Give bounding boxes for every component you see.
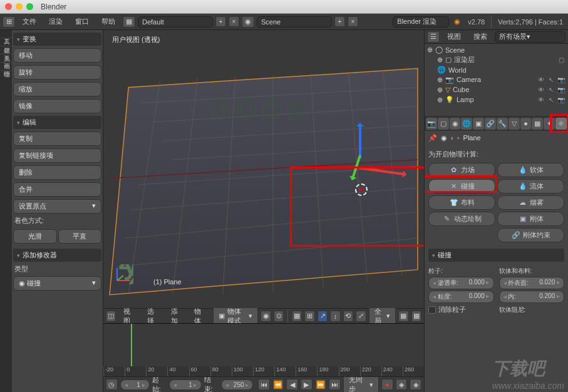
layers-grid-1[interactable]: ▦	[398, 311, 408, 322]
manipulator-translate[interactable]: ↕	[330, 311, 340, 322]
timeline-canvas[interactable]: -200 2040 6080 100120 140160 180200 2202…	[103, 324, 424, 377]
duplicate-button[interactable]: 复制	[13, 132, 101, 146]
manipulator-rotate[interactable]: ⟲	[343, 311, 353, 322]
add-modifier-header[interactable]: 添加修改器	[13, 249, 101, 262]
tab-tools[interactable]: 工具	[0, 30, 12, 38]
keyframe-next-button[interactable]: ⏩	[315, 379, 327, 390]
scene-icon[interactable]: ◉	[242, 16, 254, 28]
minimize-window-button[interactable]	[16, 3, 23, 10]
timeline-ruler[interactable]: -200 2040 6080 100120 140160 180200 2202…	[103, 366, 424, 376]
outliner-item-lamp[interactable]: ⊕ 💡 Lamp👁↖📷	[426, 95, 567, 105]
modifier-type-select[interactable]: ◉ 碰撞▾	[13, 276, 101, 291]
breadcrumb-scene-icon[interactable]: ◉	[441, 134, 447, 142]
screen-layout-field[interactable]: Default	[138, 16, 213, 28]
outliner-filter-select[interactable]: 所有场景 ▾	[495, 31, 565, 43]
outliner-item-renderlayers[interactable]: ⊕ ▢ 渲染层 ▢	[426, 54, 567, 65]
prop-tab-modifiers[interactable]: 🔧	[497, 118, 508, 130]
tab-create[interactable]: 创建	[0, 38, 12, 46]
shade-smooth-button[interactable]: 光滑	[13, 229, 57, 244]
prop-tab-object[interactable]: ▣	[473, 118, 484, 130]
jump-end-button[interactable]: ⏭	[329, 379, 341, 390]
timeline-editor-icon[interactable]: ◷	[106, 379, 118, 390]
maximize-window-button[interactable]	[26, 3, 33, 10]
prop-tab-texture[interactable]: ▦	[532, 118, 543, 130]
outliner-tree[interactable]: ⊕ ◯ Scene ⊕ ▢ 渲染层 ▢ 🌐 World ⊕ 📷 Camera👁↖…	[425, 44, 568, 116]
keyframe-prev-button[interactable]: ⏪	[272, 379, 284, 390]
mirror-button[interactable]: 镜像	[13, 99, 101, 113]
gizmo-z-axis[interactable]	[359, 124, 361, 158]
current-frame-field[interactable]: 1	[120, 379, 150, 390]
jump-start-button[interactable]: ⏮	[258, 379, 270, 390]
set-origin-button[interactable]: 设置原点▾	[13, 199, 101, 214]
kill-particles-checkbox[interactable]: 消除粒子	[428, 305, 494, 314]
stickiness-field[interactable]: 粘度:0.000	[428, 291, 494, 303]
tab-physics[interactable]: 物理	[0, 63, 12, 71]
smoke-button[interactable]: ☁烟雾	[497, 195, 564, 210]
render-engine-select[interactable]: Blender 渲染	[393, 16, 449, 28]
permeability-field[interactable]: 渗透率:0.000	[428, 277, 494, 289]
outliner-view-menu[interactable]: 视图	[442, 30, 466, 43]
prop-tab-constraints[interactable]: 🔗	[485, 118, 496, 130]
snap-button[interactable]: ⊞	[304, 311, 314, 322]
outliner-item-cube[interactable]: ⊕ ▽ Cube👁↖📷	[426, 85, 567, 95]
help-menu[interactable]: 帮助	[96, 15, 120, 28]
soft-body-button[interactable]: 💧软体	[497, 163, 564, 177]
outliner-item-scene[interactable]: ⊕ ◯ Scene	[426, 45, 567, 54]
keying-set-button[interactable]: ◈	[396, 379, 408, 390]
prop-tab-data[interactable]: ▽	[509, 118, 520, 130]
delete-button[interactable]: 删除	[13, 165, 101, 180]
layers-grid-2[interactable]: ▦	[411, 311, 421, 322]
scene-field[interactable]: Scene	[257, 16, 332, 28]
end-frame-field[interactable]: 250	[221, 379, 254, 390]
join-button[interactable]: 合并	[13, 182, 101, 197]
dynamic-paint-button[interactable]: ✎动态绘制	[428, 212, 495, 226]
translate-button[interactable]: 移动	[13, 48, 101, 63]
pin-icon[interactable]: 📌	[428, 134, 437, 142]
tab-animation[interactable]: 动画	[0, 54, 12, 63]
manipulator-scale[interactable]: ⤢	[356, 311, 366, 322]
layout-remove-button[interactable]: ×	[229, 16, 239, 27]
rotate-button[interactable]: 旋转	[13, 65, 101, 80]
edit-panel-header[interactable]: 编辑	[13, 116, 101, 129]
fluid-button[interactable]: 💧流体	[497, 179, 564, 193]
blender-menu-icon[interactable]: ⊞	[3, 16, 15, 28]
prop-tab-material[interactable]: ●	[520, 118, 532, 130]
close-window-button[interactable]	[5, 3, 12, 10]
outer-thickness-field[interactable]: 外表面:0.020	[499, 277, 565, 289]
render-icon[interactable]: 📷	[557, 75, 565, 84]
editor-type-icon[interactable]: ◫	[106, 311, 116, 322]
prop-tab-render[interactable]: 📷	[426, 118, 437, 130]
shade-flat-button[interactable]: 平直	[58, 229, 102, 244]
outliner-item-world[interactable]: 🌐 World	[426, 65, 567, 75]
cursor-icon[interactable]: ↖	[547, 75, 555, 84]
outliner-item-camera[interactable]: ⊕ 📷 Camera👁↖📷	[426, 75, 567, 85]
render-menu[interactable]: 渲染	[44, 15, 68, 28]
layout-add-button[interactable]: +	[215, 16, 226, 27]
play-reverse-button[interactable]: ◀	[286, 379, 298, 390]
keying-set-2-button[interactable]: ◈	[410, 379, 421, 390]
collision-panel-header[interactable]: 碰撞	[428, 249, 564, 262]
play-button[interactable]: ▶	[301, 379, 312, 390]
rigid-body-button[interactable]: ▣刚体	[497, 212, 564, 226]
prop-tab-world[interactable]: 🌐	[461, 118, 472, 130]
3d-viewport[interactable]: 用户视图 (透视) GOOD	[103, 30, 424, 308]
layers-button[interactable]: ▦	[292, 311, 302, 322]
outliner-search-menu[interactable]: 搜索	[468, 30, 492, 43]
auto-keyframe-button[interactable]: ●	[381, 379, 393, 390]
tab-relations[interactable]: 关系	[0, 46, 12, 54]
prop-tab-scene[interactable]: ◉	[450, 118, 461, 130]
cloth-button[interactable]: 👕布料	[428, 195, 495, 210]
file-menu[interactable]: 文件	[18, 15, 41, 28]
scene-remove-button[interactable]: ×	[348, 16, 358, 27]
pivot-button[interactable]: ⊙	[274, 311, 284, 322]
shading-button[interactable]: ◉	[261, 311, 271, 322]
duplicate-linked-button[interactable]: 复制链接项	[13, 148, 101, 163]
scene-add-button[interactable]: +	[334, 16, 345, 27]
transform-panel-header[interactable]: 变换	[13, 33, 101, 46]
scale-button[interactable]: 缩放	[13, 82, 101, 96]
layout-icon[interactable]: ▦	[123, 16, 135, 28]
start-frame-field[interactable]: 1	[169, 379, 202, 390]
manipulator-toggle[interactable]: ↗	[318, 311, 328, 322]
eye-icon[interactable]: 👁	[537, 75, 545, 84]
rigid-body-constraint-button[interactable]: 🔗刚体约束	[497, 228, 564, 242]
